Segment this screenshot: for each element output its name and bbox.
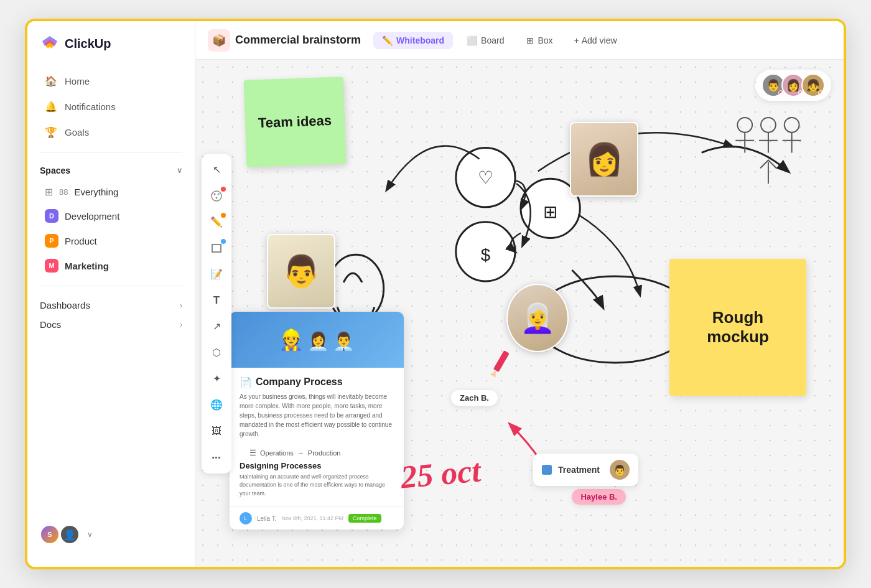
sticky-note-yellow: Rough mockup: [669, 259, 806, 396]
add-view-label: Add view: [582, 35, 617, 45]
sidebar-item-marketing[interactable]: M Marketing: [32, 254, 190, 278]
development-label: Development: [65, 211, 119, 222]
photo-man: 👨: [267, 234, 335, 309]
chevron-down-icon: ∨: [87, 530, 93, 539]
board-tab-icon: ⬜: [467, 35, 477, 45]
rect-icon: [212, 244, 221, 253]
palette-tool[interactable]: [205, 185, 228, 207]
divider: [40, 152, 182, 153]
doc-section-desc: Maintaining an accurate and well-organiz…: [240, 473, 394, 498]
document-card[interactable]: 👷 👩‍💼 👨‍💼 📄 Company Process As your busi…: [230, 312, 404, 530]
tab-board[interactable]: ⬜ Board: [458, 32, 513, 49]
doc-icon: 📄: [240, 376, 252, 388]
svg-point-6: [216, 197, 218, 198]
treatment-avatar: 👨: [610, 460, 630, 480]
add-view-button[interactable]: + Add view: [567, 32, 625, 49]
everything-count: 88: [59, 187, 68, 197]
network-tool[interactable]: ⬡: [205, 342, 228, 364]
chevron-icon: ∨: [177, 166, 182, 175]
photo-woman-top: 👩: [570, 122, 638, 197]
doc-title: 📄 Company Process: [240, 376, 394, 388]
board-tab-label: Board: [481, 35, 504, 45]
clickup-logo-icon: [40, 34, 60, 54]
image-tool[interactable]: 🖼: [205, 420, 228, 442]
doc-body: 📄 Company Process As your business grows…: [230, 368, 404, 507]
nav-goals-label: Goals: [65, 127, 89, 138]
svg-text:♡: ♡: [478, 168, 493, 187]
box-tab-icon: ⊞: [526, 35, 534, 45]
doc-header: 👷 👩‍💼 👨‍💼: [230, 312, 404, 368]
zach-name: Zach B.: [460, 393, 489, 403]
sidebar-item-development[interactable]: D Development: [32, 204, 190, 228]
topbar: 📦 Commercial brainstorm ✏️ Whiteboard ⬜ …: [195, 21, 844, 60]
sidebar-item-everything[interactable]: ⊞ 88 Everything: [32, 181, 190, 203]
note-tool[interactable]: 📝: [205, 263, 228, 286]
nav-home[interactable]: 🏠 Home: [32, 69, 190, 93]
avatar-user1: S: [40, 525, 60, 544]
doc-user-avatar: L: [240, 512, 252, 525]
nav-docs[interactable]: Docs ›: [27, 313, 195, 332]
pen-tool[interactable]: ✏️: [205, 211, 228, 233]
text-tool[interactable]: T: [205, 289, 228, 312]
image-icon: 🖼: [212, 426, 221, 437]
doc-user-name: Leila T.: [257, 515, 277, 522]
doc-title-text: Company Process: [256, 376, 343, 388]
doc-desc: As your business grows, things will inev…: [240, 392, 394, 439]
app-name: ClickUp: [65, 37, 111, 51]
svg-point-10: [456, 148, 515, 207]
nav-goals[interactable]: 🏆 Goals: [32, 120, 190, 144]
network-icon: ⬡: [212, 347, 221, 358]
marketing-badge: M: [45, 259, 58, 273]
date-annotation: 25 oct: [399, 452, 482, 496]
rectangle-tool[interactable]: [205, 237, 228, 259]
tab-box[interactable]: ⊞ Box: [518, 32, 561, 49]
pen-icon: ✏️: [210, 216, 223, 228]
tab-whiteboard[interactable]: ✏️ Whiteboard: [373, 32, 453, 49]
svg-rect-27: [493, 350, 510, 372]
product-label: Product: [65, 236, 97, 246]
trophy-icon: 🏆: [45, 126, 57, 138]
box-tab-label: Box: [538, 35, 552, 45]
svg-point-20: [761, 118, 776, 133]
logo-area: ClickUp: [27, 34, 195, 68]
more-tools[interactable]: •••: [205, 446, 228, 469]
svg-text:$: $: [481, 245, 490, 264]
home-icon: 🏠: [45, 75, 57, 87]
chevron-right-icon2: ›: [180, 320, 182, 329]
sticky-yellow-text: Rough mockup: [681, 308, 795, 347]
everything-label: Everything: [74, 187, 118, 197]
haylee-name: Haylee B.: [580, 492, 617, 502]
app-frame: ClickUp 🏠 Home 🔔 Notifications 🏆 Goals S…: [25, 19, 846, 569]
text-icon: T: [213, 294, 220, 307]
project-title: Commercial brainstorm: [235, 34, 361, 47]
sticky-green-text: Team ideas: [258, 113, 332, 131]
svg-point-17: [737, 118, 752, 133]
note-icon: 📝: [210, 268, 223, 280]
more-icon: •••: [212, 454, 221, 461]
dashboards-label: Dashboards: [40, 300, 90, 310]
spaces-header[interactable]: Spaces ∨: [27, 161, 195, 180]
whiteboard-canvas[interactable]: ↖ ✏️ 📝 T: [195, 60, 844, 567]
grid-icon: ⊞: [45, 186, 53, 198]
cursor-tool[interactable]: ↖: [205, 159, 228, 181]
plus-icon: +: [574, 35, 579, 45]
whiteboard-toolbar: ↖ ✏️ 📝 T: [202, 154, 231, 474]
sidebar-item-product[interactable]: P Product: [32, 229, 190, 253]
product-badge: P: [45, 234, 58, 248]
svg-marker-28: [490, 369, 499, 378]
nav-dashboards[interactable]: Dashboards ›: [27, 294, 195, 313]
bell-icon: 🔔: [45, 101, 57, 113]
svg-point-4: [214, 193, 216, 195]
sidebar: ClickUp 🏠 Home 🔔 Notifications 🏆 Goals S…: [27, 21, 195, 567]
doc-footer: L Leila T. Nov 8th, 2021, 11:42 PM Compl…: [230, 506, 404, 530]
svg-point-14: [456, 222, 515, 281]
spaces-label: Spaces: [40, 166, 70, 175]
chevron-right-icon: ›: [180, 301, 182, 310]
svg-point-5: [218, 193, 220, 195]
nav-notifications[interactable]: 🔔 Notifications: [32, 95, 190, 119]
doc-flow-to: Production: [308, 449, 341, 457]
arrow-tool[interactable]: ↗: [205, 315, 228, 338]
treatment-card: Treatment 👨: [533, 454, 638, 486]
star-tool[interactable]: ✦: [205, 368, 228, 390]
globe-tool[interactable]: 🌐: [205, 394, 228, 416]
